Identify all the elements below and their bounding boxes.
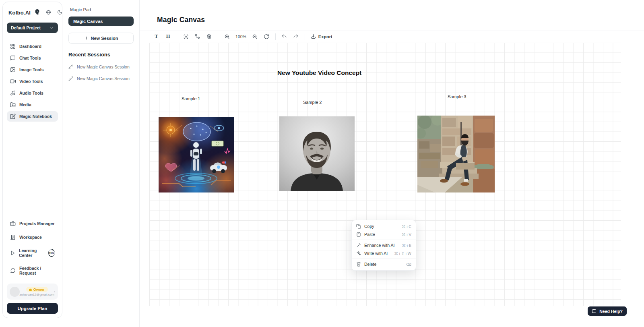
menu-item-delete[interactable]: Delete ⌫: [352, 260, 416, 268]
zoom-in-button[interactable]: [222, 32, 231, 41]
panel-item-magic-canvas[interactable]: Magic Canvas: [68, 17, 134, 26]
undo-icon: [281, 34, 287, 39]
sparkles-icon: [356, 251, 361, 256]
reset-view-button[interactable]: [262, 32, 271, 41]
shortcut-label: ⌘+C: [402, 224, 411, 229]
recent-session-item[interactable]: New Magic Canvas Session: [68, 64, 134, 69]
sidebar-item-audio-tools[interactable]: Audio Tools: [7, 88, 58, 98]
sidebar-item-label: Audio Tools: [19, 91, 43, 95]
menu-item-copy[interactable]: Copy ⌘+C: [352, 222, 416, 230]
menu-item-paste[interactable]: Paste ⌘+V: [352, 230, 416, 238]
sample-image-3[interactable]: [417, 116, 495, 192]
sidebar-item-image-tools[interactable]: Image Tools: [7, 64, 58, 75]
portrait-illustration: [279, 116, 355, 191]
sidebar-item-dashboard[interactable]: Dashboard: [7, 41, 58, 52]
project-selector[interactable]: Default Project: [7, 23, 58, 33]
sidebar-item-label: Dashboard: [19, 44, 41, 49]
new-session-label: New Session: [91, 36, 118, 41]
sidebar-item-label: Projects Manager: [19, 221, 55, 226]
dark-mode-moon-icon[interactable]: [57, 9, 62, 17]
upgrade-plan-button[interactable]: Upgrade Plan: [7, 303, 58, 314]
sidebar-item-workspace[interactable]: Workspace: [7, 232, 58, 242]
copy-icon: [356, 224, 361, 229]
undo-button[interactable]: [280, 32, 289, 41]
connector-flow-icon: [195, 34, 200, 39]
building-icon: [10, 234, 16, 240]
toolbar-divider: [305, 33, 305, 40]
redo-button[interactable]: [291, 32, 301, 41]
briefcase-icon: [10, 221, 16, 226]
sidebar-item-feedback-request[interactable]: Feedback / Request: [7, 263, 58, 278]
need-help-button[interactable]: Need Help?: [588, 306, 627, 316]
chat-bubble-icon: [10, 55, 16, 61]
user-account-card[interactable]: Owner zoharvan12@gmail.com ›: [7, 284, 58, 300]
session-panel: Magic Pad Magic Canvas New Session Recen…: [63, 0, 140, 327]
selection-frame-icon: [183, 34, 189, 39]
image-icon: [10, 67, 16, 72]
menu-item-write-with-ai[interactable]: Write with AI ⌘+⇧+W: [352, 249, 416, 257]
redo-icon: [293, 34, 299, 39]
sidebar-item-label: Learning Center: [19, 248, 45, 258]
recent-sessions-heading: Recent Sessions: [68, 52, 134, 58]
export-label: Export: [318, 34, 332, 39]
sidebar-nav: Dashboard Chat Tools Image Tools Video T…: [7, 41, 58, 122]
media-folder-icon: [10, 102, 16, 108]
select-tool-button[interactable]: [181, 32, 190, 41]
dashboard-icon: [10, 43, 16, 49]
sidebar-item-chat-tools[interactable]: Chat Tools: [7, 53, 58, 63]
sidebar-item-label: Video Tools: [19, 79, 43, 84]
canvas-toolbar: T H 100%: [140, 31, 644, 42]
new-session-button[interactable]: New Session: [68, 33, 134, 43]
panel-item-magic-pad[interactable]: Magic Pad: [68, 6, 134, 13]
pencil-icon: [68, 64, 73, 69]
sidebar-item-label: Workspace: [19, 235, 42, 240]
sidebar-item-projects-manager[interactable]: Projects Manager: [7, 218, 58, 229]
brand-logo: Kolbo.AI: [8, 10, 31, 16]
main-area: Magic Canvas T H 100%: [140, 0, 644, 327]
project-selector-label: Default Project: [11, 25, 41, 30]
sidebar-item-magic-notebook[interactable]: Magic Notebook: [7, 111, 58, 122]
shortcut-label: ⌘+V: [402, 232, 411, 237]
text-tool-button[interactable]: T: [152, 32, 161, 41]
sample-1-label[interactable]: Sample 1: [182, 96, 200, 101]
sidebar-item-learning-center[interactable]: Learning Center 66%: [7, 246, 58, 260]
canvas-heading-text[interactable]: New Youtube Video Concept: [277, 69, 361, 77]
learning-progress-ring: 66%: [48, 249, 55, 257]
owner-role-badge: Owner: [26, 287, 48, 292]
recent-session-item[interactable]: New Magic Canvas Session: [68, 76, 134, 81]
primary-sidebar: Kolbo.AI Default Project Dashboard: [2, 2, 62, 318]
export-button[interactable]: Export: [311, 34, 332, 39]
shortcut-label: ⌫: [406, 262, 411, 267]
music-note-icon: [10, 90, 16, 96]
zoom-out-button[interactable]: [250, 32, 260, 41]
sidebar-item-label: Magic Notebook: [19, 114, 52, 119]
plus-icon: [84, 36, 89, 40]
user-avatar: [10, 287, 20, 297]
sidebar-item-video-tools[interactable]: Video Tools: [7, 76, 58, 87]
heading-tool-button[interactable]: H: [163, 32, 173, 41]
shortcut-label: ⌘+E: [402, 243, 411, 248]
download-icon: [311, 34, 316, 39]
sidebar-item-label: Media: [19, 102, 31, 107]
menu-item-enhance-with-ai[interactable]: Enhance with AI ⌘+E: [352, 241, 416, 249]
toolbar-divider: [275, 33, 276, 40]
sample-image-2[interactable]: [279, 116, 355, 191]
logo-row: Kolbo.AI: [7, 8, 58, 17]
sample-3-label[interactable]: Sample 3: [448, 94, 466, 99]
need-help-label: Need Help?: [599, 309, 623, 314]
owner-badge-label: Owner: [33, 288, 45, 292]
trash-icon: [356, 262, 361, 267]
connector-tool-button[interactable]: [193, 32, 202, 41]
delete-tool-button[interactable]: [204, 32, 214, 41]
sidebar-item-media[interactable]: Media: [7, 99, 58, 110]
sample-2-label[interactable]: Sample 2: [303, 100, 322, 105]
learning-progress-value: 66%: [49, 250, 55, 256]
recent-session-label: New Magic Canvas Session: [77, 64, 130, 69]
user-card-caret-icon: ›: [54, 290, 55, 294]
sample-image-1[interactable]: [159, 117, 234, 192]
language-globe-icon[interactable]: [46, 9, 51, 17]
app-root: Kolbo.AI Default Project Dashboard: [0, 0, 644, 327]
notebook-pen-icon: [10, 114, 16, 119]
ai-robot-illustration: [159, 117, 234, 192]
trash-icon: [206, 34, 212, 39]
